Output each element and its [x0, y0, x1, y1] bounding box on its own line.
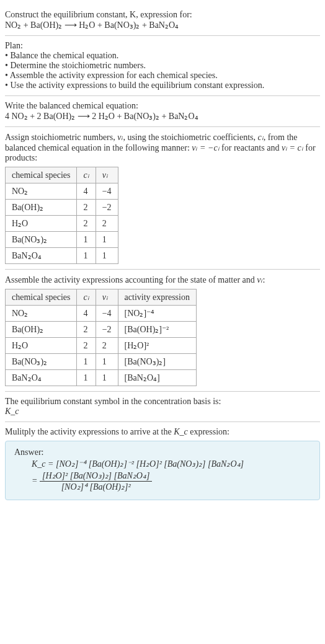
stoich-text-b: , using the stoichiometric coefficients, — [123, 133, 257, 142]
stoich-table: chemical species cᵢ νᵢ NO₂4−4 Ba(OH)₂2−2… — [5, 167, 118, 264]
cell: 2 — [77, 338, 96, 354]
prompt-line: Construct the equilibrium constant, K, e… — [5, 10, 320, 20]
cell: 2 — [77, 322, 96, 338]
cell: NO₂ — [6, 183, 77, 200]
cell: H₂O — [6, 216, 77, 232]
activity-text-a: Assemble the activity expressions accoun… — [5, 275, 257, 285]
cell: 2 — [77, 216, 96, 232]
cell: 2 — [96, 216, 118, 232]
answer-eq-2: = [H₂O]² [Ba(NO₃)₂] [BaN₂O₄] [NO₂]⁴ [Ba(… — [32, 470, 311, 492]
cell: [NO₂]⁻⁴ — [118, 306, 196, 322]
col-activity: activity expression — [118, 289, 196, 306]
cell: NO₂ — [6, 306, 77, 322]
plan-bullet-2: • Determine the stoichiometric numbers. — [5, 61, 320, 71]
fraction-denominator: [NO₂]⁴ [Ba(OH)₂]² — [40, 482, 152, 492]
answer-eq-1: K_c = [NO₂]⁻⁴ [Ba(OH)₂]⁻² [H₂O]² [Ba(NO₃… — [32, 459, 311, 469]
stoich-paragraph: Assign stoichiometric numbers, νᵢ, using… — [5, 132, 320, 163]
cell: Ba(NO₃)₂ — [6, 354, 77, 370]
cell: 1 — [77, 370, 96, 386]
cell: 1 — [96, 248, 118, 264]
table-row: H₂O22 — [6, 216, 118, 232]
stoich-text-d: for reactants and — [220, 143, 282, 152]
multiply-text-b: expression: — [188, 427, 229, 436]
prompt-equation: NO₂ + Ba(OH)₂ ⟶ H₂O + Ba(NO₃)₂ + BaN₂O₄ — [5, 20, 320, 30]
cell: H₂O — [6, 338, 77, 354]
plan-heading: Plan: — [5, 41, 320, 51]
stoich-section: Assign stoichiometric numbers, νᵢ, using… — [5, 127, 320, 270]
kc-inline: K_c — [174, 427, 188, 436]
table-row: Ba(OH)₂2−2[Ba(OH)₂]⁻² — [6, 322, 197, 338]
table-row: H₂O22[H₂O]² — [6, 338, 197, 354]
activity-text-b: : — [263, 275, 265, 285]
fraction-numerator: [H₂O]² [Ba(NO₃)₂] [BaN₂O₄] — [40, 470, 152, 482]
balanced-eq-label: Write the balanced chemical equation: — [5, 101, 320, 111]
cell: BaN₂O₄ — [6, 248, 77, 264]
cell: −2 — [96, 200, 118, 216]
relation-1: νᵢ = −cᵢ — [192, 143, 219, 152]
cell: BaN₂O₄ — [6, 370, 77, 386]
kc-symbol: K_c — [5, 407, 320, 417]
table-row: Ba(NO₃)₂11 — [6, 232, 118, 248]
prompt-text-1: Construct the equilibrium constant, K, e… — [5, 10, 192, 19]
cell: [BaN₂O₄] — [118, 370, 196, 386]
c-i-symbol: cᵢ — [258, 133, 264, 142]
fraction: [H₂O]² [Ba(NO₃)₂] [BaN₂O₄] [NO₂]⁴ [Ba(OH… — [40, 470, 152, 492]
nu-i-symbol: νᵢ — [257, 275, 262, 285]
table-row: NO₂4−4[NO₂]⁻⁴ — [6, 306, 197, 322]
table-header-row: chemical species cᵢ νᵢ — [6, 167, 118, 183]
cell: Ba(OH)₂ — [6, 322, 77, 338]
kc-symbol-section: The equilibrium constant symbol in the c… — [5, 392, 320, 422]
cell: −4 — [96, 183, 118, 200]
cell: 1 — [77, 248, 96, 264]
activity-paragraph: Assemble the activity expressions accoun… — [5, 275, 320, 285]
cell: 2 — [77, 200, 96, 216]
col-ci: cᵢ — [77, 167, 96, 183]
answer-body: K_c = [NO₂]⁻⁴ [Ba(OH)₂]⁻² [H₂O]² [Ba(NO₃… — [14, 459, 311, 492]
activity-section: Assemble the activity expressions accoun… — [5, 270, 320, 392]
answer-box: Answer: K_c = [NO₂]⁻⁴ [Ba(OH)₂]⁻² [H₂O]²… — [5, 441, 320, 500]
col-ci: cᵢ — [77, 289, 96, 306]
table-row: NO₂4−4 — [6, 183, 118, 200]
table-header-row: chemical species cᵢ νᵢ activity expressi… — [6, 289, 197, 306]
cell: −4 — [96, 306, 118, 322]
cell: 4 — [77, 183, 96, 200]
cell: 2 — [96, 338, 118, 354]
plan-section: Plan: • Balance the chemical equation. •… — [5, 36, 320, 96]
table-row: Ba(OH)₂2−2 — [6, 200, 118, 216]
cell: Ba(NO₃)₂ — [6, 232, 77, 248]
cell: 4 — [77, 306, 96, 322]
cell: [H₂O]² — [118, 338, 196, 354]
eq2-prefix: = — [32, 476, 40, 485]
activity-table: chemical species cᵢ νᵢ activity expressi… — [5, 289, 197, 386]
cell: −2 — [96, 322, 118, 338]
cell: 1 — [96, 232, 118, 248]
table-row: BaN₂O₄11[BaN₂O₄] — [6, 370, 197, 386]
cell: [Ba(OH)₂]⁻² — [118, 322, 196, 338]
answer-label: Answer: — [14, 448, 311, 457]
plan-bullet-3: • Assemble the activity expression for e… — [5, 71, 320, 81]
col-nui: νᵢ — [96, 167, 118, 183]
col-species: chemical species — [6, 167, 77, 183]
cell: Ba(OH)₂ — [6, 200, 77, 216]
answer-section: Mulitply the activity expressions to arr… — [5, 422, 320, 505]
cell: [Ba(NO₃)₂] — [118, 354, 196, 370]
balanced-eq-section: Write the balanced chemical equation: 4 … — [5, 96, 320, 127]
table-row: BaN₂O₄11 — [6, 248, 118, 264]
col-species: chemical species — [6, 289, 77, 306]
multiply-text-a: Mulitply the activity expressions to arr… — [5, 427, 174, 436]
cell: 1 — [77, 232, 96, 248]
balanced-equation: 4 NO₂ + 2 Ba(OH)₂ ⟶ 2 H₂O + Ba(NO₃)₂ + B… — [5, 111, 320, 121]
kc-label: The equilibrium constant symbol in the c… — [5, 397, 320, 407]
table-row: Ba(NO₃)₂11[Ba(NO₃)₂] — [6, 354, 197, 370]
stoich-text-a: Assign stoichiometric numbers, — [5, 133, 117, 142]
multiply-line: Mulitply the activity expressions to arr… — [5, 427, 320, 437]
cell: 1 — [96, 370, 118, 386]
col-nui: νᵢ — [96, 289, 118, 306]
plan-bullet-4: • Use the activity expressions to build … — [5, 81, 320, 90]
prompt-section: Construct the equilibrium constant, K, e… — [5, 5, 320, 36]
cell: 1 — [77, 354, 96, 370]
plan-bullet-1: • Balance the chemical equation. — [5, 51, 320, 61]
cell: 1 — [96, 354, 118, 370]
relation-2: νᵢ = cᵢ — [282, 143, 303, 152]
